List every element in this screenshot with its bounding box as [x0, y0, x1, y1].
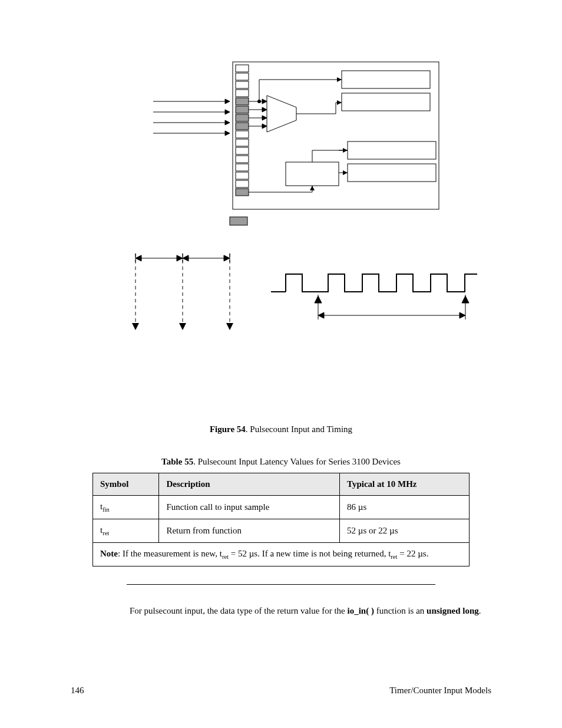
latency-table: Symbol Description Typical at 10 MHz tfi… [92, 473, 470, 566]
svg-rect-5 [236, 98, 249, 105]
svg-rect-1 [236, 65, 249, 72]
svg-marker-78 [315, 296, 322, 303]
svg-rect-11 [236, 147, 249, 154]
svg-marker-29 [262, 107, 267, 112]
svg-rect-45 [348, 141, 436, 159]
svg-marker-79 [462, 296, 469, 303]
svg-rect-4 [236, 90, 249, 97]
svg-rect-13 [236, 164, 249, 171]
svg-marker-25 [225, 131, 230, 136]
separator-rule [127, 584, 435, 585]
col-symbol: Symbol [93, 473, 159, 496]
cell-symbol: tfin [93, 496, 159, 519]
svg-rect-10 [236, 139, 249, 146]
svg-marker-74 [318, 312, 324, 318]
svg-marker-38 [337, 100, 342, 105]
svg-marker-64 [183, 255, 189, 261]
svg-marker-50 [310, 186, 315, 190]
table-caption: Table 55. Pulsecount Input Latency Value… [71, 457, 491, 467]
svg-rect-6 [236, 106, 249, 113]
table-header-row: Symbol Description Typical at 10 MHz [93, 473, 470, 496]
svg-marker-62 [177, 255, 183, 261]
svg-marker-71 [226, 323, 233, 330]
svg-rect-9 [236, 131, 249, 138]
page-number: 146 [71, 686, 84, 696]
svg-marker-21 [225, 110, 230, 114]
table-row: tret Return from function 52 µs or 22 µs [93, 519, 470, 543]
svg-rect-15 [236, 180, 249, 187]
svg-marker-61 [135, 255, 141, 261]
svg-marker-56 [343, 148, 348, 153]
table-note-row: Note: If the measurement is new, tret = … [93, 543, 470, 566]
svg-marker-42 [337, 77, 342, 82]
svg-rect-8 [236, 123, 249, 130]
figure-caption: Figure 54. Pulsecount Input and Timing [71, 424, 491, 434]
svg-marker-23 [225, 120, 230, 125]
col-typical: Typical at 10 MHz [340, 473, 470, 496]
svg-marker-69 [132, 323, 139, 330]
cell-description: Function call to input sample [159, 496, 340, 519]
svg-rect-3 [236, 81, 249, 88]
svg-marker-19 [225, 99, 230, 104]
page-footer: 146 Timer/Counter Input Models [0, 686, 562, 696]
svg-rect-14 [236, 172, 249, 179]
svg-rect-2 [236, 73, 249, 80]
svg-marker-70 [179, 323, 186, 330]
page-content: Figure 54. Pulsecount Input and Timing T… [0, 0, 562, 617]
table-caption-text: . Pulsecount Input Latency Values for Se… [193, 457, 401, 466]
svg-rect-43 [342, 71, 430, 88]
svg-marker-31 [262, 116, 267, 120]
table-note-cell: Note: If the measurement is new, tret = … [93, 543, 470, 566]
table-row: tfin Function call to input sample 86 µs [93, 496, 470, 519]
table-label: Table 55 [161, 457, 193, 466]
cell-symbol: tret [93, 519, 159, 543]
svg-marker-34 [267, 95, 296, 132]
svg-rect-16 [236, 189, 249, 196]
col-description: Description [159, 473, 340, 496]
svg-marker-65 [224, 255, 230, 261]
svg-marker-75 [459, 312, 465, 318]
section-title: Timer/Counter Input Models [389, 686, 491, 696]
svg-rect-47 [286, 162, 339, 186]
svg-rect-17 [230, 217, 247, 225]
svg-marker-33 [262, 124, 267, 129]
body-paragraph: For pulsecount input, the data type of t… [130, 605, 483, 617]
figure-label: Figure 54 [210, 424, 246, 434]
svg-rect-44 [342, 93, 430, 111]
pulsecount-diagram [71, 53, 491, 348]
figure-caption-text: . Pulsecount Input and Timing [246, 424, 352, 434]
svg-rect-7 [236, 114, 249, 121]
svg-rect-46 [348, 164, 436, 182]
svg-marker-27 [262, 99, 267, 104]
diagram-svg [53, 53, 477, 348]
svg-rect-12 [236, 156, 249, 163]
svg-marker-52 [343, 170, 348, 175]
cell-description: Return from function [159, 519, 340, 543]
cell-typical: 52 µs or 22 µs [340, 519, 470, 543]
cell-typical: 86 µs [340, 496, 470, 519]
